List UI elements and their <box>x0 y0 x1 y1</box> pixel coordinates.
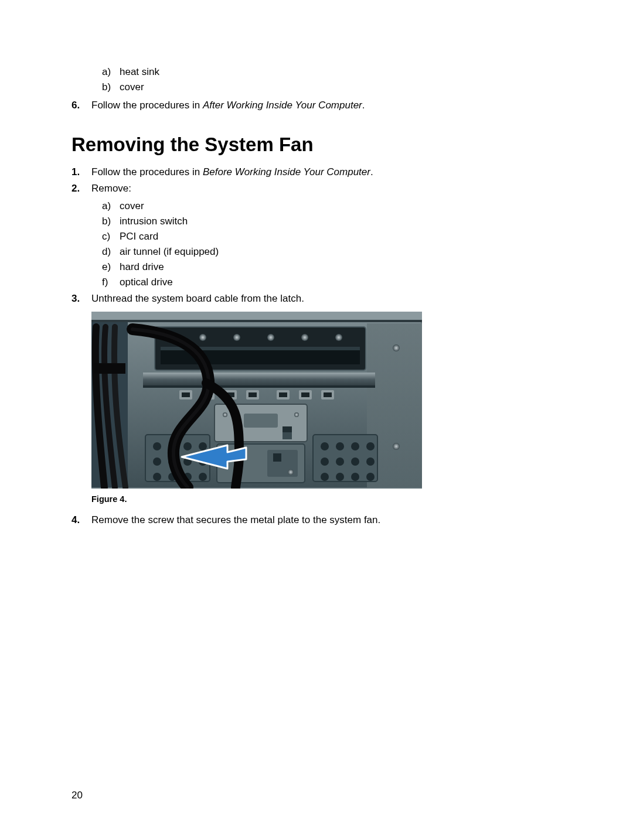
svg-point-44 <box>183 442 192 450</box>
svg-point-45 <box>199 442 207 450</box>
svg-point-10 <box>233 334 240 341</box>
svg-point-58 <box>321 457 329 466</box>
step-tail: . <box>362 100 365 111</box>
svg-rect-20 <box>143 385 375 388</box>
step-em: Before Working Inside Your Computer <box>203 166 370 177</box>
svg-point-18 <box>393 443 400 450</box>
step-marker: 1. <box>72 165 84 180</box>
svg-point-70 <box>288 469 294 475</box>
svg-point-59 <box>336 457 344 466</box>
svg-point-38 <box>223 412 227 417</box>
figure-4-image <box>91 312 422 489</box>
svg-point-57 <box>366 442 375 450</box>
list-text: hard drive <box>120 259 164 275</box>
svg-point-50 <box>153 473 161 481</box>
step-lead: Follow the procedures in <box>91 100 203 111</box>
svg-rect-32 <box>279 392 287 397</box>
list-marker: b) <box>102 214 114 229</box>
section-heading: Removing the System Fan <box>72 134 561 156</box>
svg-point-42 <box>153 442 161 450</box>
svg-rect-33 <box>301 392 309 397</box>
list-marker: e) <box>102 259 114 275</box>
svg-rect-31 <box>249 392 257 397</box>
list-item: b)intrusion switch <box>102 214 561 229</box>
list-text: optical drive <box>120 275 173 290</box>
page: a) heat sink b) cover 6. Follow the proc… <box>0 0 633 840</box>
list-text: air tunnel (if equipped) <box>120 244 219 259</box>
step-4: 4. Remove the screw that secures the met… <box>72 512 561 528</box>
step-marker: 4. <box>72 513 84 528</box>
svg-point-54 <box>321 442 329 450</box>
svg-point-63 <box>336 473 344 481</box>
list-marker: f) <box>102 275 114 290</box>
svg-rect-37 <box>244 414 278 428</box>
svg-point-65 <box>366 473 375 481</box>
svg-point-60 <box>351 457 359 466</box>
list-item: a) heat sink <box>102 64 561 80</box>
step-1: 1. Follow the procedures in Before Worki… <box>72 164 561 180</box>
svg-point-56 <box>351 442 359 450</box>
svg-point-46 <box>153 457 161 466</box>
svg-point-13 <box>335 334 342 341</box>
step-3: 3. Unthread the system board cable from … <box>72 291 561 307</box>
svg-point-53 <box>199 473 207 481</box>
steps-list: 1. Follow the procedures in Before Worki… <box>72 164 561 307</box>
figure-4 <box>91 312 561 489</box>
step-text: Unthread the system board cable from the… <box>91 291 561 306</box>
svg-point-61 <box>366 457 375 466</box>
carryover-num-list: 6. Follow the procedures in After Workin… <box>72 97 561 114</box>
svg-rect-2 <box>91 312 422 321</box>
svg-rect-34 <box>324 392 332 397</box>
list-text: intrusion switch <box>120 214 188 229</box>
step-marker: 2. <box>72 181 84 290</box>
step-2: 2. Remove: a)cover b)intrusion switch c)… <box>72 180 561 291</box>
step-em: After Working Inside Your Computer <box>203 100 362 111</box>
carryover-alpha-list: a) heat sink b) cover <box>102 64 561 95</box>
step-6: 6. Follow the procedures in After Workin… <box>72 97 561 114</box>
list-item: f)optical drive <box>102 275 561 290</box>
step-lead: Follow the procedures in <box>91 166 203 177</box>
list-item: e)hard drive <box>102 259 561 275</box>
svg-point-12 <box>301 334 308 341</box>
svg-point-64 <box>351 473 359 481</box>
step-2-sublist: a)cover b)intrusion switch c)PCI card d)… <box>102 199 561 290</box>
list-text: PCI card <box>120 229 158 244</box>
svg-point-39 <box>294 412 299 417</box>
svg-rect-3 <box>91 320 422 322</box>
svg-point-62 <box>321 473 329 481</box>
svg-point-17 <box>393 344 400 351</box>
figure-caption: Figure 4. <box>91 494 561 504</box>
step-text: Remove: <box>91 183 131 194</box>
svg-rect-28 <box>182 392 190 397</box>
list-text: cover <box>120 199 144 214</box>
step-text: Remove the screw that secures the metal … <box>91 513 561 528</box>
step-body: Follow the procedures in After Working I… <box>91 98 561 113</box>
list-item: c)PCI card <box>102 229 561 244</box>
list-marker: a) <box>102 199 114 214</box>
list-item: a)cover <box>102 199 561 214</box>
steps-list-cont: 4. Remove the screw that secures the met… <box>72 512 561 528</box>
list-marker: b) <box>102 80 114 95</box>
list-text: cover <box>120 80 144 95</box>
list-item: d)air tunnel (if equipped) <box>102 244 561 259</box>
step-body: Follow the procedures in Before Working … <box>91 165 561 180</box>
step-body: Remove: a)cover b)intrusion switch c)PCI… <box>91 181 561 290</box>
svg-point-9 <box>199 334 206 341</box>
svg-point-55 <box>336 442 344 450</box>
step-marker: 3. <box>72 291 84 306</box>
svg-rect-19 <box>143 373 375 387</box>
svg-point-11 <box>267 334 274 341</box>
list-marker: c) <box>102 229 114 244</box>
list-marker: d) <box>102 244 114 259</box>
list-marker: a) <box>102 64 114 80</box>
list-text: heat sink <box>120 64 159 80</box>
svg-rect-73 <box>283 426 292 432</box>
step-marker: 6. <box>72 98 84 113</box>
svg-rect-69 <box>273 453 281 462</box>
svg-rect-5 <box>94 363 125 374</box>
step-tail: . <box>370 166 373 177</box>
list-item: b) cover <box>102 80 561 95</box>
page-number: 20 <box>72 790 83 801</box>
